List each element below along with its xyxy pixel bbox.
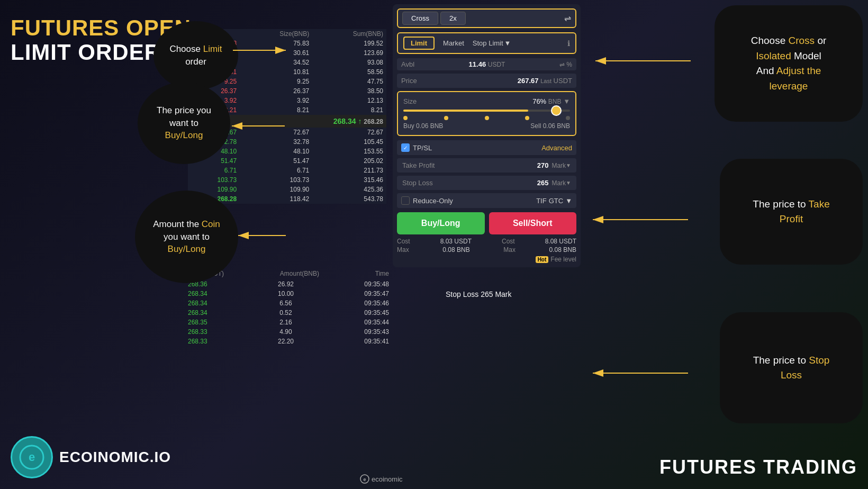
take-profit-annotation-bubble: The price to TakeProfit xyxy=(720,159,863,265)
slider-dot-100 xyxy=(566,116,570,120)
size-unit: BNB xyxy=(548,98,562,105)
trade-price: 268.33 xyxy=(188,328,207,336)
price-last: Last xyxy=(540,78,551,84)
stop-loss-row: Stop Loss 265 Mark ▼ xyxy=(397,176,576,190)
max-buy-label: Max xyxy=(397,246,409,253)
futures-trading-label: FUTURES TRADING xyxy=(659,456,857,478)
tpsl-checkbox[interactable]: ✓ xyxy=(401,143,410,152)
cost-sell-value: 8.08 USDT xyxy=(545,238,576,245)
slider-fill xyxy=(403,110,528,112)
price-unit: USDT xyxy=(554,77,572,85)
trade-time: 09:35:43 xyxy=(364,328,389,336)
ob-buy-row: 51.4751.47205.02 xyxy=(188,156,386,166)
take-profit-unit: Mark xyxy=(551,162,566,169)
take-profit-value: 270 xyxy=(537,161,549,169)
max-sell-value: 0.08 BNB xyxy=(549,246,576,253)
take-profit-arrow xyxy=(587,212,693,228)
tif-label: TIF xyxy=(536,197,547,205)
advanced-label[interactable]: Advanced xyxy=(541,144,572,152)
slider-track[interactable] xyxy=(403,110,570,112)
avbl-label: Avbl xyxy=(401,60,414,68)
reduce-only-checkbox[interactable] xyxy=(401,196,410,205)
trade-amount: 2.16 xyxy=(279,319,292,326)
tpsl-row: ✓ TP/SL Advanced xyxy=(397,140,576,155)
stop-loss-dropdown[interactable]: ▼ xyxy=(566,180,571,186)
slider-dot-0 xyxy=(403,116,408,120)
choose-limit-arrow xyxy=(233,45,296,56)
stop-loss-arrow xyxy=(587,365,693,381)
sell-short-button[interactable]: Sell/Short xyxy=(489,212,577,234)
logo-icon: e xyxy=(11,436,53,478)
cost-buy-value: 8.03 USDT xyxy=(440,238,472,245)
cost-buy-label: Cost xyxy=(397,238,410,245)
max-row: Max 0.08 BNB Max 0.08 BNB xyxy=(397,246,576,253)
trade-row: 268.3322.2009:35:41 xyxy=(188,337,389,346)
trade-amount: 22.20 xyxy=(278,338,294,345)
trades-col-amount: Amount(BNB) xyxy=(280,270,319,277)
cost-row: Cost 8.03 USDT Cost 8.08 USDT xyxy=(397,238,576,245)
price-row: Price 267.67 Last USDT xyxy=(397,74,576,88)
trade-price: 268.34 xyxy=(188,309,207,316)
price-label: Price xyxy=(401,77,417,85)
trade-amount: 26.92 xyxy=(278,280,294,288)
logo-text: ECOINOMIC.IO xyxy=(59,449,171,466)
trade-row: 268.3410.0009:35:47 xyxy=(188,289,389,298)
trade-price: 268.33 xyxy=(188,338,207,345)
stop-limit-chevron: ▼ xyxy=(504,39,511,47)
trades-col-time: Time xyxy=(375,270,389,277)
trade-row: 268.352.1609:35:44 xyxy=(188,318,389,327)
hot-badge: Hot xyxy=(536,256,549,263)
leverage-icon: ⇌ xyxy=(564,13,571,23)
avbl-icons: ⇌ % xyxy=(559,61,572,68)
ob-buy-row: 6.716.71211.73 xyxy=(188,166,386,175)
trade-time: 09:35:46 xyxy=(364,300,389,307)
take-profit-dropdown[interactable]: ▼ xyxy=(566,162,571,168)
avbl-row: Avbl 11.46 USDT ⇌ % xyxy=(397,58,576,70)
avbl-amount: 11.46 xyxy=(469,60,486,68)
cross-button[interactable]: Cross xyxy=(402,12,438,25)
trade-time: 09:35:41 xyxy=(364,338,389,345)
take-profit-row: Take Profit 270 Mark ▼ xyxy=(397,158,576,173)
tab-market[interactable]: Market xyxy=(439,38,468,49)
tif-dropdown[interactable]: ▼ xyxy=(565,197,572,205)
trade-amount: 10.00 xyxy=(278,290,294,297)
avbl-unit: USDT xyxy=(488,61,505,68)
leverage-bar: Cross 2x ⇌ xyxy=(397,8,576,28)
price-buy-long-bubble: The price youwant toBuy/Long xyxy=(138,82,230,164)
tab-limit[interactable]: Limit xyxy=(403,37,435,50)
size-pct: 76% xyxy=(532,97,546,105)
ecoinomic-watermark: e ecoinomic xyxy=(360,474,403,484)
slider-thumb[interactable] xyxy=(551,105,562,116)
tab-stop-limit[interactable]: Stop Limit ▼ xyxy=(473,39,511,47)
fee-label: Fee level xyxy=(550,256,576,263)
action-buttons: Buy/Long Sell/Short xyxy=(397,212,576,234)
slider-dot-50 xyxy=(485,116,489,120)
choose-limit-bubble: Choose Limitorder xyxy=(153,21,238,90)
trade-row: 268.340.5209:35:45 xyxy=(188,308,389,318)
order-tabs: Limit Market Stop Limit ▼ ℹ xyxy=(397,32,576,54)
leverage-button[interactable]: 2x xyxy=(440,12,466,25)
cross-isolated-bubble: Choose Cross orIsolated ModelAnd Adjust … xyxy=(715,5,863,122)
info-icon[interactable]: ℹ xyxy=(567,39,570,48)
stop-loss-unit: Mark xyxy=(551,179,566,187)
stop-loss-annotation-bubble: The price to StopLoss xyxy=(720,312,863,423)
trade-price: 268.34 xyxy=(188,290,207,297)
ob-col-sum: Sum(BNB) xyxy=(312,29,386,39)
title-futures: FUTURES xyxy=(11,15,126,40)
size-label: Size xyxy=(403,97,417,105)
buy-long-button[interactable]: Buy/Long xyxy=(397,212,485,234)
trade-time: 09:35:44 xyxy=(364,319,389,326)
slider-dots xyxy=(403,116,570,120)
tpsl-check: ✓ TP/SL xyxy=(401,143,432,152)
tif-row: TIF GTC ▼ xyxy=(536,197,572,205)
size-dropdown-icon[interactable]: ▼ xyxy=(563,97,570,105)
stop-loss-value: 265 xyxy=(537,179,549,187)
trade-amount: 6.56 xyxy=(279,300,292,307)
trade-price: 268.35 xyxy=(188,319,207,326)
ob-buy-row: 109.90109.90425.36 xyxy=(188,185,386,194)
slider-dot-25 xyxy=(444,116,448,120)
take-profit-label: Take Profit xyxy=(402,161,537,169)
trade-amount: 0.52 xyxy=(279,309,292,316)
trade-amount: 4.90 xyxy=(279,328,292,336)
stop-limit-label: Stop Limit xyxy=(473,39,503,47)
